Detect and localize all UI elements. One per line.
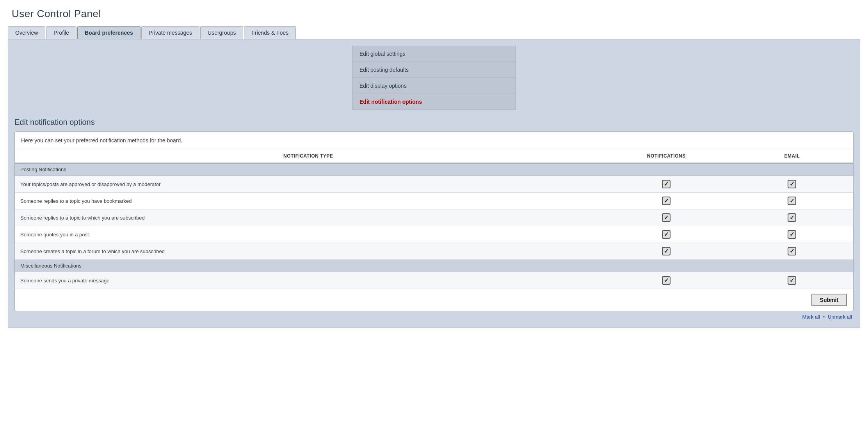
- submenu-edit-global[interactable]: Edit global settings: [352, 46, 516, 62]
- submenu-edit-display[interactable]: Edit display options: [352, 78, 516, 94]
- check-notifications-icon[interactable]: [662, 213, 671, 222]
- col-header-notifications: NOTIFICATIONS: [602, 149, 731, 163]
- submit-button[interactable]: Submit: [811, 294, 847, 306]
- notification-checkbox[interactable]: [602, 243, 731, 260]
- check-email-icon[interactable]: [788, 247, 796, 255]
- section-title: Edit notification options: [14, 118, 854, 127]
- notification-checkbox[interactable]: [602, 226, 731, 243]
- email-checkbox[interactable]: [731, 272, 853, 289]
- notification-type-text: Someone quotes you in a post: [15, 226, 602, 243]
- check-notifications-icon[interactable]: [662, 197, 671, 205]
- col-header-type: NOTIFICATION TYPE: [15, 149, 602, 163]
- check-email-icon[interactable]: [788, 213, 796, 222]
- check-notifications-icon[interactable]: [662, 276, 671, 285]
- email-checkbox[interactable]: [731, 209, 853, 226]
- unmark-all-link[interactable]: Unmark all: [828, 314, 852, 320]
- notification-checkbox[interactable]: [602, 272, 731, 289]
- notification-type-text: Your topics/posts are approved or disapp…: [15, 176, 602, 193]
- tab-bar: Overview Profile Board preferences Priva…: [0, 26, 868, 39]
- tab-profile[interactable]: Profile: [46, 26, 76, 39]
- mark-all-link[interactable]: Mark all: [802, 314, 820, 320]
- group-row-0: Posting Notifications: [15, 163, 853, 176]
- main-panel: Edit global settings Edit posting defaul…: [8, 39, 860, 328]
- notification-type-text: Someone sends you a private message: [15, 272, 602, 289]
- col-header-email: EMAIL: [731, 149, 853, 163]
- mark-unmark-links: Mark all • Unmark all: [14, 311, 854, 321]
- email-checkbox[interactable]: [731, 193, 853, 209]
- check-notifications-icon[interactable]: [662, 247, 671, 255]
- tab-usergroups[interactable]: Usergroups: [200, 26, 243, 39]
- check-notifications-icon[interactable]: [662, 230, 671, 239]
- notification-type-text: Someone replies to a topic to which you …: [15, 209, 602, 226]
- tab-private-messages[interactable]: Private messages: [141, 26, 199, 39]
- table-row: Someone creates a topic in a forum to wh…: [15, 243, 853, 260]
- email-checkbox[interactable]: [731, 226, 853, 243]
- check-email-icon[interactable]: [788, 197, 796, 205]
- check-email-icon[interactable]: [788, 276, 796, 285]
- notification-type-text: Someone creates a topic in a forum to wh…: [15, 243, 602, 260]
- email-checkbox[interactable]: [731, 243, 853, 260]
- submenu-edit-notification[interactable]: Edit notification options: [352, 94, 516, 110]
- tab-board-preferences[interactable]: Board preferences: [77, 26, 141, 39]
- table-row: Someone replies to a topic you have book…: [15, 193, 853, 209]
- table-footer: Submit: [15, 289, 853, 311]
- content-description: Here you can set your preferred notifica…: [15, 132, 853, 149]
- check-email-icon[interactable]: [788, 180, 796, 188]
- submenu-edit-posting[interactable]: Edit posting defaults: [352, 62, 516, 78]
- check-notifications-icon[interactable]: [662, 180, 671, 188]
- group-row-1: Miscellaneous Notifications: [15, 260, 853, 272]
- tab-overview[interactable]: Overview: [8, 26, 45, 39]
- page-title: User Control Panel: [0, 0, 868, 26]
- separator: •: [823, 314, 825, 320]
- table-row: Your topics/posts are approved or disapp…: [15, 176, 853, 193]
- notification-checkbox[interactable]: [602, 193, 731, 209]
- notification-type-text: Someone replies to a topic you have book…: [15, 193, 602, 209]
- tab-friends-foes[interactable]: Friends & Foes: [244, 26, 296, 39]
- content-box: Here you can set your preferred notifica…: [14, 131, 854, 311]
- notification-table: NOTIFICATION TYPE NOTIFICATIONS EMAIL Po…: [15, 149, 853, 289]
- email-checkbox[interactable]: [731, 176, 853, 193]
- submenu: Edit global settings Edit posting defaul…: [352, 46, 516, 110]
- table-row: Someone quotes you in a post: [15, 226, 853, 243]
- table-row: Someone replies to a topic to which you …: [15, 209, 853, 226]
- check-email-icon[interactable]: [788, 230, 796, 239]
- notification-checkbox[interactable]: [602, 209, 731, 226]
- notification-checkbox[interactable]: [602, 176, 731, 193]
- table-row: Someone sends you a private message: [15, 272, 853, 289]
